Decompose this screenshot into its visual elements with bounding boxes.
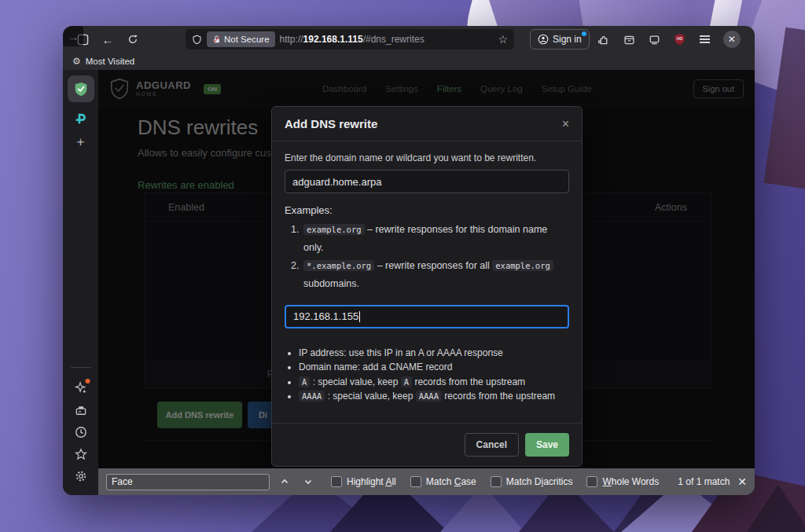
browser-toolbar: ← → Not Secure http://192.168.1.115/#dns… (63, 26, 755, 53)
answer-input[interactable]: 192.168.1.155 (285, 305, 569, 328)
match-count: 1 of 1 match (678, 476, 730, 487)
tab-adguard-active[interactable] (68, 75, 94, 102)
security-label: Not Secure (224, 35, 270, 44)
synced-tabs-icon[interactable] (74, 404, 87, 417)
find-previous-icon[interactable] (276, 474, 293, 490)
tab-secondary[interactable] (74, 111, 88, 125)
menu-icon[interactable] (695, 29, 715, 50)
ublock-origin-icon[interactable]: UO (670, 29, 690, 50)
find-input[interactable]: Face (106, 474, 270, 490)
adguard-app-viewport: ADGUARD HOME ON Dashboard Settings Filte… (98, 70, 755, 468)
domain-field-label: Enter the domain name or wildcard you wa… (285, 152, 569, 163)
history-icon[interactable] (75, 426, 87, 438)
signin-button[interactable]: Sign in (530, 29, 590, 50)
checkbox[interactable] (410, 476, 421, 487)
examples-list: example.org – rewrite responses for this… (302, 221, 569, 294)
examples-heading: Examples: (285, 204, 569, 216)
save-button[interactable]: Save (525, 433, 569, 457)
modal-body: Enter the domain name or wildcard you wa… (272, 141, 582, 416)
back-button[interactable]: ← (97, 29, 118, 50)
modal-title: Add DNS rewrite (285, 117, 377, 130)
ublock-badge-letters: UO (677, 36, 683, 41)
checkbox[interactable] (586, 476, 597, 487)
bookmarks-bar: ⚙ Most Visited (63, 53, 755, 70)
bookmark-star-icon[interactable]: ☆ (498, 33, 508, 46)
cancel-button[interactable]: Cancel (465, 433, 519, 457)
match-case-checkbox[interactable]: Match Case (410, 476, 476, 487)
reload-button[interactable] (123, 29, 143, 50)
notes-list: IP address: use this IP in an A or AAAA … (299, 346, 569, 404)
example-item: example.org – rewrite responses for this… (302, 221, 569, 257)
extensions-icon[interactable] (594, 29, 615, 50)
note-item: A : special value, keep A records from t… (299, 375, 569, 390)
note-item: IP address: use this IP in an A or AAAA … (299, 346, 569, 361)
signin-label: Sign in (553, 34, 582, 45)
devices-icon[interactable] (645, 29, 665, 50)
settings-gear-icon[interactable] (75, 470, 87, 482)
ai-chatbot-icon[interactable] (74, 381, 87, 394)
findbar: Face Highlight All Match Case Matc (98, 468, 755, 495)
add-dns-rewrite-modal: Add DNS rewrite × Enter the domain name … (271, 106, 583, 467)
firefox-window: ← → Not Secure http://192.168.1.115/#dns… (63, 26, 755, 495)
adguard-favicon (74, 82, 88, 97)
not-secure-chip[interactable]: Not Secure (207, 31, 275, 47)
vertical-tabs-sidebar: + (63, 70, 98, 495)
text-cursor (359, 311, 360, 322)
library-icon[interactable] (619, 29, 640, 50)
forward-button[interactable]: → (63, 26, 83, 46)
modal-header: Add DNS rewrite × (272, 107, 582, 141)
domain-input[interactable]: adguard.home.arpa (285, 170, 569, 193)
account-icon (538, 34, 549, 45)
most-visited-folder[interactable]: Most Visited (86, 57, 134, 66)
note-item: Domain name: add a CNAME record (299, 360, 569, 375)
tracking-shield-icon[interactable] (192, 35, 202, 45)
find-next-icon[interactable] (300, 474, 317, 490)
highlight-all-checkbox[interactable]: Highlight All (331, 476, 396, 487)
sidebar-divider (71, 367, 91, 368)
whole-words-checkbox[interactable]: Whole Words (586, 476, 659, 487)
bookmarks-icon[interactable] (75, 448, 87, 460)
url-bar[interactable]: Not Secure http://192.168.1.115/#dns_rew… (186, 29, 514, 50)
checkbox[interactable] (491, 476, 502, 487)
broken-lock-icon (212, 35, 221, 44)
signin-notification-dot (582, 31, 586, 36)
window-close-button[interactable]: ✕ (723, 31, 741, 48)
url-text[interactable]: http://192.168.1.115/#dns_rewrites (280, 34, 494, 45)
findbar-close-icon[interactable]: ✕ (737, 475, 747, 488)
most-visited-gear-icon: ⚙ (72, 56, 81, 67)
note-item: AAAA : special value, keep AAAA records … (299, 389, 569, 404)
example-item: *.example.org – rewrite responses for al… (302, 257, 569, 293)
modal-close-icon[interactable]: × (562, 118, 569, 130)
new-tab-button[interactable]: + (77, 134, 85, 150)
modal-footer: Cancel Save (272, 423, 582, 466)
teal-p-favicon (74, 111, 88, 125)
checkbox[interactable] (331, 476, 342, 487)
match-diacritics-checkbox[interactable]: Match Diacritics (491, 476, 573, 487)
notification-dot (85, 379, 90, 383)
